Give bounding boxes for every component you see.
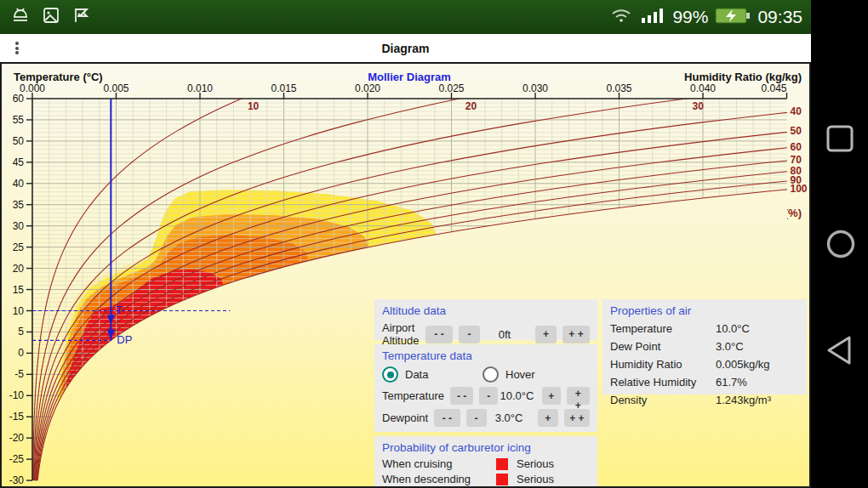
prop-relative-humidity-label: Relative Humidity bbox=[610, 376, 716, 389]
temperature-increase-button[interactable]: + bbox=[542, 387, 561, 405]
rh-label-40: 40 bbox=[791, 105, 802, 117]
properties-panel-title: Properties of air bbox=[610, 304, 799, 317]
prop-humidity-ratio-value: 0.005kg/kg bbox=[716, 358, 770, 371]
marker-dp-label: DP bbox=[117, 333, 132, 346]
android-debug-icon bbox=[10, 5, 31, 29]
altitude-increase-fast-button[interactable]: + + bbox=[562, 326, 590, 343]
dewpoint-value: 3.0°C bbox=[487, 411, 532, 424]
rh-label-60: 60 bbox=[791, 141, 802, 153]
rh-label-100: 100 bbox=[791, 183, 808, 195]
temperature-value: 10.0°C bbox=[498, 389, 535, 402]
page-title: Diagram bbox=[0, 42, 811, 55]
altitude-value: 0ft bbox=[480, 328, 529, 341]
prop-humidity-ratio-label: Humidity Ratio bbox=[610, 358, 716, 371]
radio-hover[interactable]: Hover bbox=[483, 366, 535, 383]
prop-density-label: Density bbox=[610, 394, 716, 406]
y-tick-label: -30 bbox=[9, 474, 25, 486]
y-tick-label: 25 bbox=[13, 241, 25, 253]
altitude-panel: Altitude data Airport Altitude - - - 0ft… bbox=[374, 299, 597, 340]
x-tick-label: 0.045 bbox=[761, 82, 786, 94]
y-tick-label: 10 bbox=[13, 305, 25, 317]
x-tick-label: 0.040 bbox=[690, 82, 716, 94]
back-icon[interactable] bbox=[825, 335, 856, 366]
temperature-row-label: Temperature bbox=[382, 389, 444, 402]
y-tick-label: 40 bbox=[13, 178, 25, 190]
wifi-icon bbox=[609, 5, 633, 29]
battery-icon bbox=[715, 5, 751, 29]
x-tick-label: 0.025 bbox=[438, 82, 464, 94]
y-tick-label: 15 bbox=[13, 284, 25, 296]
x-tick-label: 0.010 bbox=[187, 82, 213, 94]
y-tick-label: 20 bbox=[13, 263, 25, 275]
y-tick-label: -20 bbox=[9, 432, 25, 444]
altitude-panel-title: Altitude data bbox=[382, 304, 590, 317]
y-tick-label: -25 bbox=[9, 453, 25, 465]
temperature-decrease-fast-button[interactable]: - - bbox=[450, 387, 473, 405]
altitude-increase-button[interactable]: + bbox=[535, 326, 557, 343]
y-tick-label: 50 bbox=[13, 135, 25, 147]
signal-icon bbox=[640, 5, 665, 29]
rh-label-50: 50 bbox=[791, 125, 802, 137]
android-nav-bar bbox=[811, 0, 868, 488]
temperature-decrease-button[interactable]: - bbox=[479, 387, 498, 405]
y-axis-title: Temperature (°C) bbox=[14, 71, 103, 83]
status-bar: 99% 09:35 bbox=[0, 0, 811, 34]
y-tick-label: -10 bbox=[9, 389, 25, 401]
home-icon[interactable] bbox=[825, 229, 856, 259]
radio-data[interactable]: Data bbox=[382, 366, 483, 383]
x-tick-label: 0.015 bbox=[271, 82, 296, 94]
cruising-severity-icon bbox=[496, 458, 508, 470]
dewpoint-decrease-button[interactable]: - bbox=[466, 409, 487, 427]
app-bar: Diagram bbox=[0, 34, 811, 62]
clock: 09:35 bbox=[757, 7, 802, 27]
recents-icon[interactable] bbox=[825, 124, 854, 153]
y-tick-label: 0 bbox=[18, 347, 24, 359]
y-tick-label: 55 bbox=[13, 114, 25, 126]
y-tick-label: 30 bbox=[13, 220, 25, 232]
cruising-severity: Serious bbox=[517, 457, 554, 470]
properties-panel: Properties of air Temperature 10.0°C Dew… bbox=[602, 299, 807, 394]
prop-temperature-value: 10.0°C bbox=[716, 322, 750, 335]
probability-panel: Probability of carburetor icing When cru… bbox=[374, 436, 597, 486]
battery-percent: 99% bbox=[672, 7, 708, 27]
rh-label-10: 10 bbox=[248, 100, 260, 112]
x-tick-label: 0.035 bbox=[606, 82, 631, 94]
prop-dewpoint-label: Dew Point bbox=[610, 340, 716, 353]
dewpoint-row-label: Dewpoint bbox=[382, 411, 428, 424]
altitude-decrease-fast-button[interactable]: - - bbox=[425, 326, 453, 343]
cruising-label: When cruising bbox=[382, 457, 496, 470]
y-tick-label: 5 bbox=[18, 326, 24, 338]
prop-temperature-label: Temperature bbox=[610, 322, 716, 335]
y-tick-label: 45 bbox=[13, 156, 25, 168]
x-tick-label: 0.020 bbox=[355, 82, 380, 94]
y-tick-label: -15 bbox=[9, 411, 25, 423]
rh-label-20: 20 bbox=[465, 100, 477, 112]
dewpoint-increase-fast-button[interactable]: + + bbox=[564, 409, 590, 427]
prop-dewpoint-value: 3.0°C bbox=[716, 340, 744, 353]
radio-data-label: Data bbox=[405, 368, 428, 381]
y-tick-label: 35 bbox=[13, 199, 25, 211]
radio-data-icon bbox=[382, 366, 398, 383]
chart-title: Mollier Diagram bbox=[368, 71, 451, 83]
temperature-panel: Temperature data Data Hover Temperature … bbox=[374, 344, 597, 432]
descending-severity-icon bbox=[496, 474, 508, 485]
x-tick-label: 0.005 bbox=[103, 82, 128, 94]
dewpoint-increase-button[interactable]: + bbox=[538, 409, 558, 427]
temperature-increase-fast-button[interactable]: + + bbox=[567, 387, 590, 405]
probability-panel-title: Probability of carburetor icing bbox=[382, 441, 590, 454]
x-axis-title: Humidity Ratio (kg/kg) bbox=[684, 71, 802, 83]
y-tick-label: -5 bbox=[14, 368, 24, 380]
descending-label: When descending bbox=[382, 473, 496, 485]
prop-relative-humidity-value: 61.7% bbox=[716, 376, 747, 389]
check-flag-icon bbox=[71, 5, 92, 29]
rh-label-70: 70 bbox=[791, 154, 802, 166]
radio-hover-label: Hover bbox=[505, 368, 535, 381]
rh-label-30: 30 bbox=[692, 100, 704, 112]
airport-altitude-label: Airport Altitude bbox=[382, 321, 420, 347]
dewpoint-decrease-fast-button[interactable]: - - bbox=[434, 409, 460, 427]
radio-hover-icon bbox=[483, 366, 499, 383]
marker-t-label: T bbox=[116, 304, 123, 316]
mollier-chart[interactable]: Temperature (°C) Mollier Diagram Humidit… bbox=[0, 62, 811, 488]
altitude-decrease-button[interactable]: - bbox=[459, 326, 480, 343]
prop-density-value: 1.243kg/m³ bbox=[716, 394, 771, 406]
